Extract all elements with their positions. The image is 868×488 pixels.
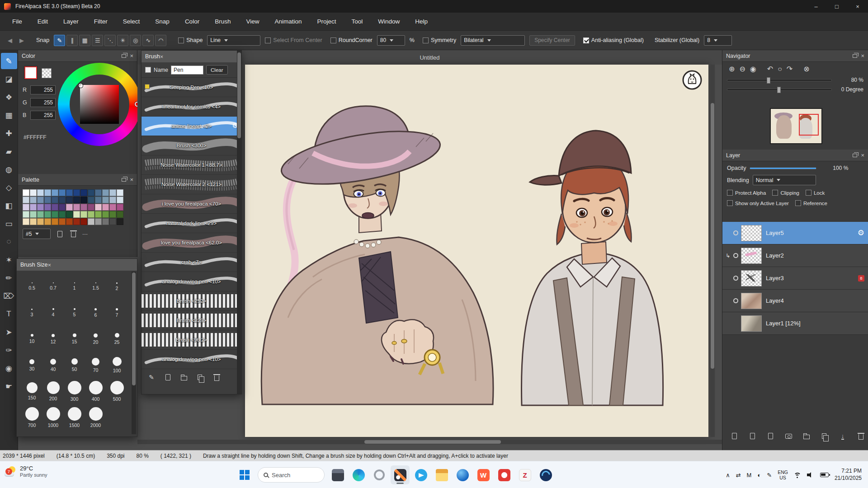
camera-layer-button[interactable] bbox=[784, 432, 793, 441]
operation-tool[interactable]: ➤ bbox=[1, 324, 17, 340]
palette-swatch[interactable] bbox=[59, 218, 66, 225]
brush-size-200[interactable]: 200 bbox=[42, 378, 64, 404]
close-panel-icon[interactable]: × bbox=[861, 53, 864, 59]
specify-center-button[interactable]: Specify Center bbox=[529, 35, 575, 46]
close-panel-icon[interactable]: × bbox=[861, 152, 864, 158]
brush-item[interactable]: analog drawing pen <10> bbox=[142, 350, 241, 369]
menu-animation[interactable]: Animation bbox=[267, 13, 309, 31]
fill-rect-tool[interactable]: ▰ bbox=[1, 143, 17, 160]
brush-item[interactable]: natural dark line <29> bbox=[142, 214, 241, 233]
brush-item[interactable]: Brush <252> bbox=[142, 291, 241, 311]
menu-file[interactable]: File bbox=[5, 13, 30, 31]
select-from-center-checkbox[interactable] bbox=[265, 38, 271, 43]
palette-swatch[interactable] bbox=[52, 204, 58, 211]
opacity-slider[interactable] bbox=[750, 167, 816, 169]
palette-swatch[interactable] bbox=[44, 218, 51, 225]
select-pen-tool[interactable]: ✏ bbox=[1, 270, 17, 286]
palette-swatch[interactable] bbox=[95, 218, 102, 225]
check-protect-alpha[interactable]: Protect Alpha bbox=[727, 190, 766, 196]
duplicate-brush-button[interactable] bbox=[196, 373, 205, 382]
brush-size-700[interactable]: 700 bbox=[21, 404, 42, 431]
palette-swatch[interactable] bbox=[117, 197, 123, 203]
rotate-left-icon[interactable]: ↶ bbox=[767, 66, 773, 73]
start-button[interactable] bbox=[235, 465, 254, 484]
brush-size-20[interactable]: 20 bbox=[85, 326, 106, 352]
add-layer-button[interactable] bbox=[730, 432, 739, 441]
transfer-layer-button[interactable]: ↓ bbox=[838, 432, 847, 441]
volume-icon[interactable] bbox=[807, 472, 814, 478]
palette-swatch[interactable] bbox=[37, 218, 44, 225]
add-1bit-layer-button[interactable] bbox=[766, 432, 775, 441]
palette-swatch[interactable] bbox=[109, 218, 116, 225]
select-eraser-tool[interactable]: ⌦ bbox=[1, 288, 17, 304]
tray-m-icon[interactable]: M bbox=[747, 472, 752, 479]
palette-swatch[interactable] bbox=[59, 197, 66, 203]
palette-select[interactable]: #5 bbox=[23, 229, 51, 239]
palette-swatch[interactable] bbox=[73, 211, 80, 218]
palette-swatch[interactable] bbox=[102, 197, 109, 203]
brush-item[interactable]: crab <7> bbox=[142, 253, 241, 272]
palette-swatch[interactable] bbox=[23, 204, 29, 211]
brush-size-7[interactable]: 7 bbox=[106, 300, 127, 326]
taskbar-app-edge[interactable] bbox=[349, 465, 368, 484]
brush-size-scrollbar[interactable] bbox=[132, 272, 136, 434]
snap-off[interactable]: ✎ bbox=[54, 35, 65, 46]
symmetry-dropdown[interactable]: Bilateral bbox=[461, 35, 525, 46]
check-lock[interactable]: Lock bbox=[806, 190, 825, 196]
taskbar-app-navy-app[interactable] bbox=[536, 465, 555, 484]
text-tool[interactable]: T bbox=[1, 306, 17, 322]
close-panel-icon[interactable]: × bbox=[47, 262, 51, 268]
brush-size-3[interactable]: 3 bbox=[21, 300, 42, 326]
brush-size-5[interactable]: 5 bbox=[64, 300, 85, 326]
delete-palette-color-button[interactable] bbox=[69, 230, 78, 239]
shape-dropdown[interactable]: Line bbox=[207, 35, 260, 46]
menu-snap[interactable]: Snap bbox=[147, 13, 177, 31]
layer-visibility-toggle[interactable] bbox=[733, 276, 738, 281]
maximize-button[interactable]: □ bbox=[826, 0, 847, 13]
palette-swatch[interactable] bbox=[23, 197, 29, 203]
brush-item[interactable]: lineart not for comics <4> bbox=[142, 97, 241, 117]
color-wheel[interactable] bbox=[58, 63, 141, 146]
reference-checkbox[interactable] bbox=[795, 200, 801, 206]
hand-tool[interactable]: ☛ bbox=[1, 378, 17, 394]
undock-panel-icon[interactable] bbox=[122, 178, 126, 182]
palette-swatch[interactable] bbox=[44, 211, 51, 218]
layer-row-layer3[interactable]: Layer38 bbox=[722, 267, 868, 290]
palette-swatch[interactable] bbox=[80, 211, 87, 218]
brush-list-scrollbar[interactable] bbox=[237, 51, 241, 394]
palette-swatch[interactable] bbox=[117, 204, 123, 211]
brush-size-0.7[interactable]: 0.7 bbox=[42, 273, 64, 300]
snap-concentric[interactable]: ◎ bbox=[130, 35, 141, 46]
palette-swatch[interactable] bbox=[30, 189, 37, 196]
duplicate-layer-button[interactable] bbox=[820, 432, 829, 441]
palette-swatch[interactable] bbox=[52, 189, 58, 196]
brush-size-1000[interactable]: 1000 bbox=[42, 404, 64, 431]
layer-row-layer2[interactable]: ↳Layer2 bbox=[722, 244, 868, 267]
brush-size-40[interactable]: 40 bbox=[42, 352, 64, 378]
palette-swatch[interactable] bbox=[88, 204, 94, 211]
brush-size-1[interactable]: 1 bbox=[64, 273, 85, 300]
palette-swatch[interactable] bbox=[59, 189, 66, 196]
clipping-checkbox[interactable] bbox=[772, 190, 778, 196]
roundcorner-checkbox[interactable] bbox=[330, 38, 336, 43]
palette-swatch[interactable] bbox=[102, 189, 109, 196]
taskbar-app-zotero[interactable]: Z bbox=[515, 465, 534, 484]
pattern-tool[interactable]: ▦ bbox=[1, 107, 17, 123]
menu-edit[interactable]: Edit bbox=[30, 13, 56, 31]
close-button[interactable]: × bbox=[847, 0, 868, 13]
palette-swatch[interactable] bbox=[37, 197, 44, 203]
add-brush-button[interactable]: ✎ bbox=[147, 373, 156, 382]
history-forward-icon[interactable]: ▶ bbox=[18, 37, 25, 44]
palette-swatch[interactable] bbox=[88, 197, 94, 203]
palette-swatch[interactable] bbox=[109, 204, 116, 211]
palette-swatch[interactable] bbox=[66, 218, 73, 225]
palette-swatch[interactable] bbox=[30, 211, 37, 218]
taskbar-app-red-app[interactable] bbox=[495, 465, 514, 484]
brush-size-100[interactable]: 100 bbox=[106, 352, 127, 378]
vertical-scrollbar[interactable] bbox=[710, 65, 715, 437]
taskbar-clock[interactable]: 7:21 PM 21/10/2025 bbox=[835, 468, 862, 482]
r-input[interactable] bbox=[30, 85, 56, 94]
delete-brush-button[interactable] bbox=[212, 373, 221, 382]
brush-clear-button[interactable]: Clear bbox=[206, 65, 227, 75]
snap-grid[interactable]: ▦ bbox=[79, 35, 90, 46]
